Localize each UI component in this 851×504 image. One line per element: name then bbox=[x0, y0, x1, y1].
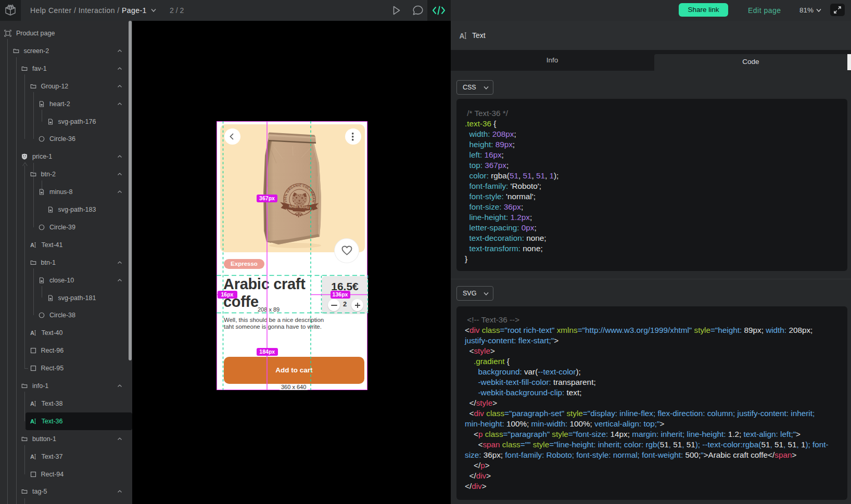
svg-text:A: A bbox=[459, 32, 464, 40]
svg-text:A: A bbox=[30, 418, 34, 424]
